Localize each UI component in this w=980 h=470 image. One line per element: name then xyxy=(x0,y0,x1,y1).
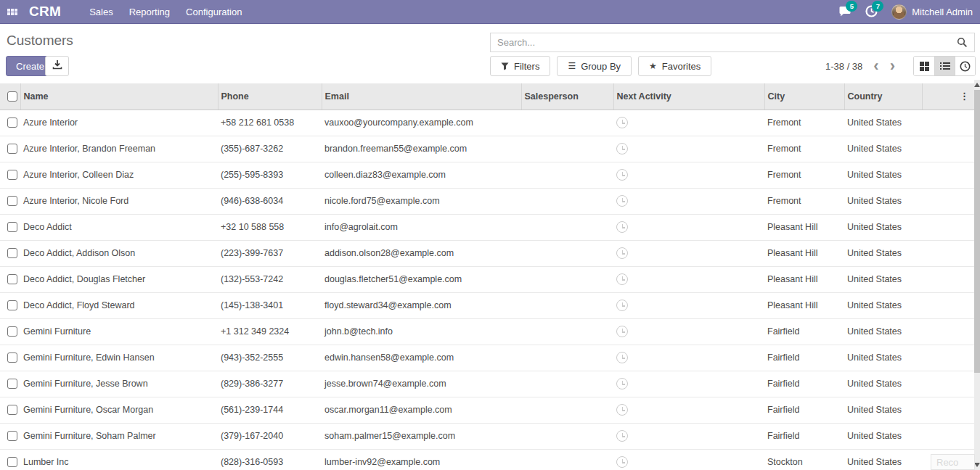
column-header-city[interactable]: City xyxy=(764,83,844,110)
select-all-checkbox[interactable] xyxy=(7,91,17,102)
column-header-email[interactable]: Email xyxy=(322,83,521,110)
vertical-scrollbar[interactable] xyxy=(974,80,980,470)
table-row[interactable]: Azure Interior, Brandon Freeman(355)-687… xyxy=(0,136,974,162)
table-row[interactable]: Lumber Inc(828)-316-0593lumber-inv92@exa… xyxy=(0,449,974,470)
cell-phone: (561)-239-1744 xyxy=(218,397,322,423)
cell-country: United States xyxy=(844,188,922,214)
table-row[interactable]: Gemini Furniture, Soham Palmer(379)-167-… xyxy=(0,423,974,449)
cell-phone: +58 212 681 0538 xyxy=(218,110,322,136)
row-checkbox[interactable] xyxy=(7,248,17,258)
table-row[interactable]: Gemini Furniture, Edwin Hansen(943)-352-… xyxy=(0,345,974,371)
row-checkbox[interactable] xyxy=(7,405,17,415)
app-brand[interactable]: CRM xyxy=(29,4,61,20)
column-header-phone[interactable]: Phone xyxy=(218,83,322,110)
menu-sales[interactable]: Sales xyxy=(81,0,121,24)
favorites-button[interactable]: ★ Favorites xyxy=(638,56,711,76)
table-row[interactable]: Deco Addict, Douglas Fletcher(132)-553-7… xyxy=(0,266,974,292)
activity-clock-icon[interactable] xyxy=(616,195,628,207)
cell-salesperson xyxy=(521,371,613,397)
row-checkbox[interactable] xyxy=(7,300,17,310)
row-checkbox[interactable] xyxy=(7,274,17,284)
pager-previous-button[interactable]: ‹ xyxy=(873,59,878,73)
activity-clock-icon[interactable] xyxy=(616,143,628,154)
cell-next-activity xyxy=(613,397,764,423)
table-row[interactable]: Gemini Furniture, Jesse Brown(829)-386-3… xyxy=(0,371,974,397)
kanban-icon xyxy=(920,62,929,71)
cell-salesperson xyxy=(521,240,613,266)
row-checkbox[interactable] xyxy=(7,457,17,467)
pager-next-button[interactable]: › xyxy=(890,59,895,73)
activity-clock-icon[interactable] xyxy=(616,352,628,363)
cell-next-activity xyxy=(613,345,764,371)
pager-range: 1-38 / 38 xyxy=(825,61,862,72)
table-row[interactable]: Deco Addict, Addison Olson(223)-399-7637… xyxy=(0,240,974,266)
menu-reporting[interactable]: Reporting xyxy=(121,0,178,24)
optional-columns-toggle[interactable]: ⋮ xyxy=(922,83,974,110)
cell-next-activity xyxy=(613,266,764,292)
menu-configuration[interactable]: Configuration xyxy=(178,0,250,24)
column-header-name[interactable]: Name xyxy=(20,83,218,110)
table-row[interactable]: Gemini Furniture+1 312 349 2324john.b@te… xyxy=(0,318,974,345)
row-checkbox[interactable] xyxy=(7,326,17,337)
table-row[interactable]: Azure Interior+58 212 681 0538vauxoo@you… xyxy=(0,110,974,136)
row-checkbox[interactable] xyxy=(7,118,17,128)
cell-email: edwin.hansen58@example.com xyxy=(322,345,521,371)
activity-clock-icon[interactable] xyxy=(616,300,628,311)
kanban-view-button[interactable] xyxy=(914,57,934,75)
activity-clock-icon[interactable] xyxy=(616,326,628,337)
cell-salesperson xyxy=(521,318,613,345)
activity-clock-icon[interactable] xyxy=(616,378,628,389)
activity-clock-icon[interactable] xyxy=(616,169,628,181)
column-header-next-activity[interactable]: Next Activity xyxy=(613,83,764,110)
activity-clock-icon[interactable] xyxy=(616,456,628,468)
row-checkbox[interactable] xyxy=(7,144,17,154)
cell-filler xyxy=(922,345,974,371)
cell-phone: +1 312 349 2324 xyxy=(218,318,322,345)
group-by-button[interactable]: ☰ Group By xyxy=(557,56,632,76)
scrollbar-thumb[interactable] xyxy=(974,90,980,373)
activity-clock-icon[interactable] xyxy=(616,404,628,416)
table-row[interactable]: Gemini Furniture, Oscar Morgan(561)-239-… xyxy=(0,397,974,423)
table-row[interactable]: Deco Addict+32 10 588 558info@agrolait.c… xyxy=(0,214,974,240)
table-header-row: Name Phone Email Salesperson Next Activi… xyxy=(0,83,974,110)
search-icon[interactable] xyxy=(957,37,968,48)
cell-city: Fremont xyxy=(764,110,844,136)
row-checkbox[interactable] xyxy=(7,431,17,441)
export-button[interactable] xyxy=(45,56,69,76)
row-checkbox[interactable] xyxy=(7,170,17,180)
scrollbar-up-arrow[interactable] xyxy=(974,83,980,87)
activity-clock-icon[interactable] xyxy=(616,117,628,128)
cell-city: Fremont xyxy=(764,136,844,162)
row-select-cell xyxy=(0,240,20,266)
activity-view-button[interactable] xyxy=(955,57,975,75)
cell-next-activity xyxy=(613,214,764,240)
cell-next-activity xyxy=(613,240,764,266)
column-header-country[interactable]: Country xyxy=(844,83,922,110)
cell-email: soham.palmer15@example.com xyxy=(322,423,521,449)
search-input[interactable] xyxy=(491,37,957,48)
cell-phone: (829)-386-3277 xyxy=(218,371,322,397)
row-checkbox[interactable] xyxy=(7,196,17,206)
row-checkbox[interactable] xyxy=(7,222,17,232)
apps-menu-icon[interactable] xyxy=(7,9,17,15)
activity-clock-icon[interactable] xyxy=(616,247,628,259)
table-row[interactable]: Azure Interior, Nicole Ford(946)-638-603… xyxy=(0,188,974,214)
activities-icon[interactable]: 7 xyxy=(865,5,878,18)
cell-salesperson xyxy=(521,292,613,318)
scrollbar-down-arrow[interactable] xyxy=(974,463,980,467)
activity-clock-icon[interactable] xyxy=(616,430,628,442)
filters-button[interactable]: Filters xyxy=(490,56,550,76)
cell-country: United States xyxy=(844,136,922,162)
activity-clock-icon[interactable] xyxy=(616,273,628,285)
activity-clock-icon[interactable] xyxy=(616,221,628,233)
column-header-salesperson[interactable]: Salesperson xyxy=(521,83,613,110)
list-view-button[interactable] xyxy=(934,57,955,75)
cell-name: Deco Addict, Douglas Fletcher xyxy=(20,266,218,292)
user-menu[interactable]: Mitchell Admin xyxy=(891,4,973,20)
table-row[interactable]: Azure Interior, Colleen Diaz(255)-595-83… xyxy=(0,162,974,188)
row-checkbox[interactable] xyxy=(7,379,17,389)
messages-icon[interactable]: 5 xyxy=(839,5,852,18)
table-row[interactable]: Deco Addict, Floyd Steward(145)-138-3401… xyxy=(0,292,974,318)
row-checkbox[interactable] xyxy=(7,352,17,363)
cell-city: Fairfield xyxy=(764,423,844,449)
